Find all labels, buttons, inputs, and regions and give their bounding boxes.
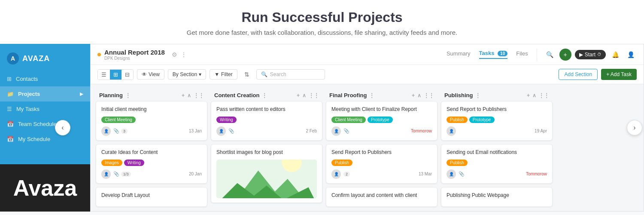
view-selector[interactable]: 👁 View (137, 69, 164, 80)
sidebar-overlay: Avaza (0, 164, 90, 212)
col-chevron-icon[interactable]: ∧ (532, 92, 536, 98)
nav-arrow-right[interactable]: › (627, 120, 642, 135)
col-chevron-icon[interactable]: ∧ (417, 92, 421, 98)
sidebar-item-my-tasks[interactable]: ☰ My Tasks (0, 101, 90, 117)
col-add-icon[interactable]: + (182, 92, 185, 98)
task-card-t7[interactable]: Send Report to Publishers Publish 👤 2 13… (326, 144, 437, 184)
task-tag: Images (101, 160, 122, 166)
sort-icon-btn[interactable]: ⇅ (241, 68, 253, 80)
kanban-view-btn[interactable]: ⊞ (110, 70, 122, 80)
task-avatar: 👤 (331, 169, 341, 179)
add-task-button[interactable]: + Add Task (601, 69, 637, 80)
sidebar-logo: A AVAZA (0, 49, 90, 71)
nav-arrow-left[interactable]: ‹ (55, 120, 70, 135)
search-icon-btn[interactable]: 🔍 (544, 49, 556, 61)
task-footer: 👤 📎 Tommorow (331, 126, 432, 136)
search-box[interactable]: 🔍 Search (256, 69, 325, 80)
task-meta: 📎 (228, 128, 234, 134)
user-avatar-btn[interactable]: 👤 (625, 49, 637, 61)
task-tag: Prototype (469, 117, 495, 123)
task-footer: 👤 2 13 Mar (331, 169, 432, 179)
task-tags: Client Meeting (101, 117, 202, 123)
logo-text: AVAZA (22, 54, 50, 63)
task-card-t6[interactable]: Meeting with Client to Finalize Report C… (326, 101, 437, 141)
col-grip-icon: ⋮⋮ (539, 92, 549, 98)
task-avatar: 👤 (331, 126, 341, 136)
col-dots-icon[interactable]: ⋮ (475, 92, 480, 98)
sidebar-item-label: Projects (18, 91, 40, 97)
task-footer: 👤 📎 3 13 Jan (101, 126, 202, 136)
task-card-t1[interactable]: Initial client meeting Client Meeting 👤 … (96, 101, 207, 141)
topbar-tabs: Summary Tasks 10 Files (447, 50, 528, 59)
col-add-icon[interactable]: + (527, 92, 530, 98)
task-avatar: 👤 (101, 126, 111, 136)
task-footer: 👤 19 Apr (447, 126, 547, 136)
col-dots-icon[interactable]: ⋮ (369, 92, 374, 98)
sidebar-item-projects[interactable]: 📁 Projects ▶ (0, 86, 90, 101)
task-meta: 📎 (343, 128, 349, 134)
task-card-t11[interactable]: Publishing Public Webpage (441, 187, 553, 207)
more-icon[interactable]: ⋮ (181, 51, 187, 58)
my-schedule-icon: 📅 (7, 136, 14, 142)
start-button[interactable]: ▶Start⏱ (575, 50, 606, 59)
sidebar-item-contacts[interactable]: ⊞ Contacts (0, 71, 90, 86)
view-label: View (149, 71, 160, 77)
task-tag: Client Meeting (101, 117, 136, 123)
task-card-t9[interactable]: Send Report to Publishers PublishPrototy… (441, 101, 553, 141)
task-date: 13 Mar (419, 172, 432, 176)
eye-icon: 👁 (142, 71, 147, 77)
kanban-col-content-creation: Content Creation ⋮ + ∧ ⋮⋮ Pass written c… (211, 89, 322, 206)
col-add-icon[interactable]: + (297, 92, 300, 98)
list-view-btn[interactable]: ☰ (98, 70, 110, 80)
task-tags: Publish (447, 160, 547, 166)
task-title: Sending out Email notifications (447, 149, 547, 156)
add-section-button[interactable]: Add Section (559, 69, 598, 80)
avaza-brand-text: Avaza (13, 175, 77, 201)
task-meta: 📎 1/3 (113, 171, 131, 177)
hero-subtitle: Get more done faster, with task collabor… (0, 29, 644, 36)
kanban-col-final-proofing: Final Proofing ⋮ + ∧ ⋮⋮ Meeting with Cli… (326, 89, 437, 206)
notification-icon-btn[interactable]: 🔔 (609, 49, 621, 61)
task-card-t8[interactable]: Confirm layout and content with client (326, 187, 437, 207)
task-tag: Writing (124, 160, 144, 166)
task-date: 20 Jan (189, 172, 202, 176)
task-avatar: 👤 (216, 126, 226, 136)
tab-tasks[interactable]: Tasks 10 (479, 50, 508, 59)
task-count: 3 (121, 129, 128, 134)
sidebar-item-my-schedule[interactable]: 📅 My Schedule (0, 132, 90, 147)
task-date: Tommorow (526, 172, 547, 176)
settings-icon[interactable]: ⚙ (172, 51, 177, 58)
task-tags: Writing (216, 117, 317, 123)
filter-button[interactable]: ▼ Filter (210, 69, 237, 80)
app-topbar: Annual Report 2018 DPK Designs ⚙ ⋮ Summa… (91, 44, 644, 65)
col-chevron-icon[interactable]: ∧ (302, 92, 306, 98)
task-card-t10[interactable]: Sending out Email notifications Publish … (441, 144, 553, 184)
col-add-icon[interactable]: + (412, 92, 415, 98)
col-dots-icon[interactable]: ⋮ (262, 92, 267, 98)
col-chevron-icon[interactable]: ∧ (187, 92, 191, 98)
task-tags: PublishPrototype (447, 117, 547, 123)
sidebar-item-label: Contacts (16, 76, 38, 82)
col-header-publishing: Publishing ⋮ + ∧ ⋮⋮ (441, 89, 553, 101)
my-tasks-icon: ☰ (7, 106, 12, 112)
add-icon-btn[interactable]: + (559, 49, 571, 61)
col-actions: + ∧ ⋮⋮ (297, 92, 319, 98)
tab-summary[interactable]: Summary (447, 50, 471, 58)
task-card-t3[interactable]: Develop Draft Layout (96, 187, 207, 207)
col-title: Final Proofing (329, 92, 367, 98)
sidebar-item-team-schedule[interactable]: 📅 Team Schedule (0, 117, 90, 132)
col-dots-icon[interactable]: ⋮ (125, 92, 131, 98)
by-section-selector[interactable]: By Section ▾ (168, 69, 206, 80)
task-title: Shortlist images for blog post (216, 149, 317, 156)
task-card-t2[interactable]: Curate Ideas for Content ImagesWriting 👤… (96, 144, 207, 184)
main-layout: A AVAZA ⊞ Contacts 📁 Projects ▶ ☰ My Tas… (0, 44, 644, 212)
task-card-t4[interactable]: Pass written content to editors Writing … (211, 101, 322, 141)
task-count: 2 (343, 172, 350, 177)
tab-files[interactable]: Files (516, 50, 528, 58)
topbar-actions: 🔍 + ▶Start⏱ 🔔 👤 (537, 49, 637, 61)
col-actions: + ∧ ⋮⋮ (527, 92, 549, 98)
task-card-t5[interactable]: Shortlist images for blog post (211, 144, 322, 203)
task-tag: Publish (331, 160, 352, 166)
grid-view-btn[interactable]: ⊟ (122, 70, 133, 80)
search-icon: 🔍 (261, 71, 267, 77)
